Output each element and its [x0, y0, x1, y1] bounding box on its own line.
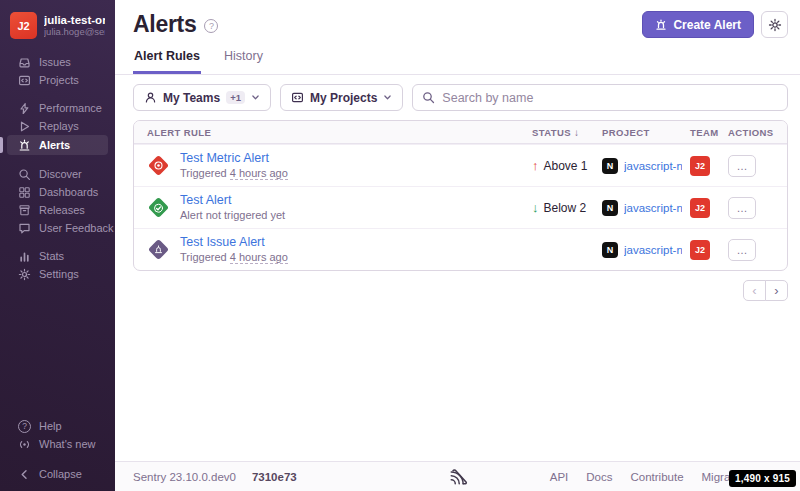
create-alert-button[interactable]: Create Alert	[642, 11, 754, 38]
user-icon	[144, 91, 157, 104]
play-icon	[18, 120, 31, 133]
arrow-up-icon: ↑	[532, 158, 539, 173]
sidebar-item-dashboards[interactable]: Dashboards	[0, 183, 115, 201]
sidebar-item-label: Replays	[39, 120, 79, 132]
sidebar-bottom: ? Help What's new Collapse	[0, 417, 115, 483]
actions-cell: …	[728, 197, 774, 219]
sidebar-item-label: Dashboards	[39, 186, 98, 198]
team-avatar[interactable]: J2	[690, 198, 710, 218]
alert-rule-cell: Test Alert Alert not triggered yet	[147, 193, 524, 223]
build-sha[interactable]: 7310e73	[252, 471, 297, 483]
lightning-icon	[18, 102, 31, 115]
footer-link-api[interactable]: API	[550, 471, 569, 483]
column-header-actions: ACTIONS	[728, 127, 774, 138]
alert-rule-link[interactable]: Test Metric Alert	[180, 151, 288, 167]
my-teams-dropdown[interactable]: My Teams +1	[133, 84, 271, 111]
detail-text: Triggered	[180, 167, 227, 179]
nav-group-settings: Stats Settings	[0, 247, 115, 283]
sidebar-item-projects[interactable]: Projects	[0, 71, 115, 89]
alert-rule-text: Test Alert Alert not triggered yet	[180, 193, 285, 223]
footer: Sentry 23.10.0.dev0 7310e73 API Docs Con…	[115, 461, 800, 491]
sidebar-item-label: Discover	[39, 168, 82, 180]
sidebar-collapse-button[interactable]: Collapse	[0, 465, 115, 483]
row-actions-button[interactable]: …	[728, 155, 756, 177]
relative-time[interactable]: 4 hours ago	[230, 167, 288, 180]
projects-icon	[291, 91, 304, 104]
sidebar-item-label: Alerts	[39, 139, 70, 151]
status-cell: ↑ Above 1	[532, 158, 594, 173]
alert-rule-link[interactable]: Test Alert	[180, 193, 285, 209]
content: My Teams +1 My Projects	[115, 75, 800, 461]
alert-rule-text: Test Metric Alert Triggered 4 hours ago	[180, 151, 288, 181]
my-projects-dropdown[interactable]: My Projects	[280, 84, 403, 111]
status-cell: ↓ Below 2	[532, 200, 594, 215]
search-input[interactable]	[442, 91, 778, 105]
actions-cell: …	[728, 155, 774, 177]
sidebar-item-user-feedback[interactable]: User Feedback	[0, 219, 115, 237]
archive-icon	[18, 204, 31, 217]
gear-icon	[768, 18, 782, 32]
page-help-icon[interactable]: ?	[204, 19, 218, 33]
team-avatar[interactable]: J2	[690, 156, 710, 176]
resolved-alert-icon	[147, 196, 169, 218]
org-meta: julia-test-org-2 … julia.hoge@sentry.io	[44, 14, 105, 37]
sidebar-item-label: Stats	[39, 250, 64, 262]
sidebar-item-stats[interactable]: Stats	[0, 247, 115, 265]
nextjs-platform-icon: N	[602, 242, 618, 258]
critical-alert-icon	[147, 154, 169, 176]
alert-rule-text: Test Issue Alert Triggered 4 hours ago	[180, 235, 288, 265]
column-header-status[interactable]: STATUS ↓	[532, 127, 594, 138]
sidebar-item-alerts[interactable]: Alerts	[7, 135, 108, 155]
search-icon	[422, 91, 435, 104]
tab-alert-rules[interactable]: Alert Rules	[133, 47, 201, 74]
footer-link-contribute[interactable]: Contribute	[630, 471, 683, 483]
sidebar-item-replays[interactable]: Replays	[0, 117, 115, 135]
project-cell: N javascript-nextjs	[602, 200, 682, 216]
sentry-logo-icon	[450, 469, 468, 485]
project-link[interactable]: javascript-nextjs	[624, 160, 682, 172]
pagination-next-button[interactable]: ›	[765, 280, 788, 301]
alert-rule-detail: Triggered 4 hours ago	[180, 166, 288, 180]
sidebar-item-help[interactable]: ? Help	[0, 417, 115, 435]
sidebar-item-whats-new[interactable]: What's new	[0, 435, 115, 453]
chevron-down-icon	[383, 93, 392, 102]
project-link[interactable]: javascript-nextjs	[624, 202, 682, 214]
speech-bubble-icon	[18, 222, 31, 235]
project-link[interactable]: javascript-nextjs	[624, 244, 682, 256]
relative-time[interactable]: 4 hours ago	[230, 251, 288, 264]
detail-text: Triggered	[180, 251, 227, 263]
sidebar: J2 julia-test-org-2 … julia.hoge@sentry.…	[0, 0, 115, 491]
row-actions-button[interactable]: …	[728, 197, 756, 219]
team-avatar[interactable]: J2	[690, 240, 710, 260]
sidebar-item-label: User Feedback	[39, 222, 114, 234]
chevron-left-icon	[18, 468, 31, 481]
sort-desc-icon[interactable]: ↓	[574, 127, 579, 138]
pagination-prev-button[interactable]: ‹	[743, 280, 766, 301]
siren-icon	[18, 139, 31, 152]
org-email: julia.hoge@sentry.io	[44, 26, 105, 37]
sidebar-item-label: Issues	[39, 56, 71, 68]
team-cell: J2	[690, 198, 720, 218]
alerts-settings-button[interactable]	[761, 11, 788, 38]
alert-rule-link[interactable]: Test Issue Alert	[180, 235, 288, 251]
row-actions-button[interactable]: …	[728, 239, 756, 261]
sidebar-item-issues[interactable]: Issues	[0, 53, 115, 71]
column-header-project: PROJECT	[602, 127, 682, 138]
project-cell: N javascript-nextjs	[602, 242, 682, 258]
resolution-overlay: 1,490 x 915	[729, 470, 796, 487]
sidebar-item-discover[interactable]: Discover	[0, 165, 115, 183]
sidebar-item-settings[interactable]: Settings	[0, 265, 115, 283]
nextjs-platform-icon: N	[602, 158, 618, 174]
telescope-icon	[18, 168, 31, 181]
team-cell: J2	[690, 240, 720, 260]
org-avatar[interactable]: J2	[10, 12, 37, 39]
sidebar-item-label: Releases	[39, 204, 85, 216]
org-switcher[interactable]: J2 julia-test-org-2 … julia.hoge@sentry.…	[0, 8, 115, 41]
tab-history[interactable]: History	[223, 47, 264, 74]
siren-icon	[655, 19, 667, 31]
bar-chart-icon	[18, 250, 31, 263]
sidebar-item-releases[interactable]: Releases	[0, 201, 115, 219]
sidebar-item-performance[interactable]: Performance	[0, 99, 115, 117]
status-text: Above 1	[544, 159, 588, 173]
footer-link-docs[interactable]: Docs	[586, 471, 612, 483]
